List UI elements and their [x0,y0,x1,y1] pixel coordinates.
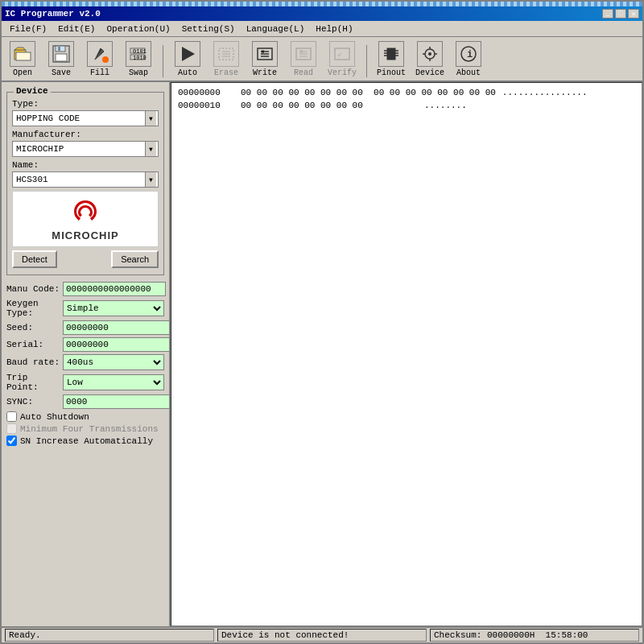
read-button[interactable]: R Read [287,41,320,77]
serial-row: Serial: [6,337,164,352]
hex-row-1: 00000010 00 00 00 00 00 00 00 00 .......… [178,99,635,112]
trip-point-row: Trip Point: Low High [6,373,164,392]
menu-edit[interactable]: Edit(E) [53,23,100,35]
device-label: Device [415,68,444,77]
status-bar: Ready. Device is not connected! Checksum… [2,626,642,642]
device-button[interactable]: Device [414,41,446,77]
svg-point-37 [428,52,431,56]
about-icon: i [456,41,481,67]
hex-ascii-1: ........ [424,99,467,112]
name-combo-arrow: ▼ [145,172,156,187]
write-icon: W [252,41,278,67]
erase-label: Erase [214,68,238,77]
svg-text:i: i [467,49,473,60]
write-button[interactable]: W Write [249,41,281,77]
svg-rect-2 [16,52,31,60]
maximize-button[interactable]: □ [615,9,626,19]
device-group: Device Type: HOPPING CODE ▼ Manufacturer… [6,92,164,275]
menu-setting[interactable]: Setting(S) [177,23,240,35]
trip-point-label: Trip Point: [6,373,63,392]
svg-text:W: W [262,50,264,55]
svg-rect-6 [58,47,60,51]
baud-rate-label: Baud rate: [6,357,63,367]
menu-help[interactable]: Help(H) [311,23,357,35]
sn-increase-checkbox[interactable] [6,436,17,446]
status-ready-text: Ready. [9,630,41,640]
auto-shutdown-checkbox[interactable] [6,411,17,422]
hex-panel: 00000000 00 00 00 00 00 00 00 00 00 00 0… [171,82,642,626]
menu-language[interactable]: Language(L) [242,23,310,35]
svg-point-7 [102,56,109,63]
window-controls: _ □ ✕ [602,9,639,19]
search-button[interactable]: Search [111,250,159,268]
baud-rate-select[interactable]: 400us 200us 100us [63,354,164,370]
pinout-button[interactable]: Pinout [375,41,407,77]
auto-button[interactable]: Auto [171,41,204,77]
type-combo[interactable]: HOPPING CODE ▼ [12,110,159,126]
save-button[interactable]: Save [45,41,77,77]
open-button[interactable]: Open [6,41,39,77]
svg-marker-1 [14,47,25,50]
auto-shutdown-label: Auto Shutdown [20,412,89,422]
main-content: Device Type: HOPPING CODE ▼ Manufacturer… [2,82,642,626]
manu-code-label: Manu Code: [6,284,63,294]
title-bar: IC Programmer v2.0 _ □ ✕ [2,6,642,21]
fill-label: Fill [90,68,109,77]
main-window: IC Programmer v2.0 _ □ ✕ File(F) Edit(E)… [0,0,644,644]
trip-point-select[interactable]: Low High [63,374,164,390]
toolbar-separator-2 [366,45,367,77]
verify-icon: ✓ [329,41,355,67]
seed-row: Seed: [6,320,164,335]
menu-operation[interactable]: Operation(U) [101,23,175,35]
read-icon: R [291,41,316,67]
sync-label: SYNC: [6,397,63,407]
auto-icon [175,41,200,67]
serial-input[interactable] [63,337,171,352]
close-button[interactable]: ✕ [628,9,639,19]
about-button[interactable]: i About [452,41,485,77]
verify-button[interactable]: ✓ Verify [326,41,358,77]
microchip-logo: MICROCHIP [52,197,118,242]
hex-ascii-0: ................ [502,86,588,99]
svg-text:0101: 0101 [133,48,147,55]
sync-row: SYNC: [6,394,164,409]
save-icon [48,41,74,67]
sync-input[interactable] [63,394,171,409]
swap-icon: 01011010 [126,41,151,67]
read-label: Read [294,68,313,77]
type-value: HOPPING CODE [14,114,145,123]
open-icon [10,41,35,67]
detect-button[interactable]: Detect [12,250,57,268]
data-fields-section: Manu Code: Keygen Type: Simple Advanced … [6,279,164,451]
min-transmissions-checkbox[interactable] [6,423,17,434]
auto-shutdown-row: Auto Shutdown [6,411,164,422]
pinout-label: Pinout [377,68,406,77]
keygen-type-label: Keygen Type: [6,299,63,318]
erase-button[interactable]: Erase [210,41,242,77]
hex-bytes-1: 00 00 00 00 00 00 00 00 [241,99,418,112]
keygen-type-select[interactable]: Simple Advanced [63,300,164,316]
menu-bar: File(F) Edit(E) Operation(U) Setting(S) … [2,21,642,37]
manufacturer-combo[interactable]: MICROCHIP ▼ [12,141,159,157]
minimize-button[interactable]: _ [602,9,613,19]
seed-input[interactable] [63,320,171,335]
auto-label: Auto [178,68,197,77]
manufacturer-combo-arrow: ▼ [145,142,156,156]
manu-code-input[interactable] [63,282,166,296]
name-combo[interactable]: HCS301 ▼ [12,171,159,188]
type-label: Type: [12,99,159,109]
fill-button[interactable]: Fill [84,41,116,77]
hex-bytes-0: 00 00 00 00 00 00 00 00 00 00 00 00 00 0… [241,86,496,99]
hex-addr-1: 00000010 [178,99,234,112]
detect-search-row: Detect Search [12,250,159,268]
verify-label: Verify [328,68,357,77]
menu-file[interactable]: File(F) [5,23,52,35]
manufacturer-value: MICROCHIP [14,144,145,154]
swap-button[interactable]: 01011010 Swap [122,41,155,77]
toolbar: Open Save Fill 01011010 Swap Auto [2,37,642,82]
status-checksum: Checksum: 00000000H 15:58:00 [430,629,639,642]
left-panel: Device Type: HOPPING CODE ▼ Manufacturer… [2,82,171,626]
min-transmissions-row: Minimum Four Transmissions [6,423,164,434]
name-label: Name: [12,160,159,170]
microchip-text: MICROCHIP [52,229,118,242]
